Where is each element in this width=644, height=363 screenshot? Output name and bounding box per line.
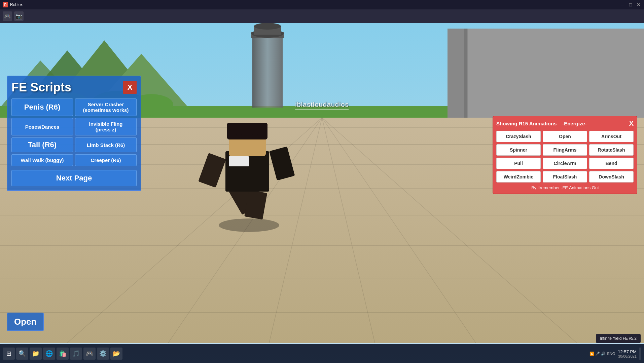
svg-point-34 (219, 218, 279, 232)
invisible-fling-button[interactable]: Invisible Fling(press z) (75, 118, 137, 135)
clock: 12:57 PM 30/06/2021 (618, 349, 637, 358)
folder-icon[interactable]: 📂 (110, 348, 122, 360)
svg-rect-43 (227, 123, 267, 131)
fe-scripts-title: FE Scripts (11, 80, 71, 94)
pull-button[interactable]: Pull (496, 158, 541, 169)
svg-rect-10 (252, 34, 283, 108)
animations-close-button[interactable]: X (629, 120, 634, 127)
circle-arm-button[interactable]: CircleArm (543, 158, 587, 169)
float-slash-button[interactable]: FloatSlash (543, 171, 587, 183)
crazy-slash-button[interactable]: CrazySlash (496, 131, 541, 142)
bend-button[interactable]: Bend (589, 158, 634, 169)
fe-scripts-header: FE Scripts X (11, 80, 137, 94)
open-button[interactable]: Open (7, 313, 44, 331)
taskbar-date: 30/06/2021 (618, 354, 637, 358)
iy-notification: Infinite Yield FE v5.2 (596, 334, 641, 343)
animations-header: Showing R15 Animations -Energize- X (496, 120, 634, 127)
game-icon[interactable]: 🎮 (3, 11, 12, 21)
taskbar: ⊞ 🔍 📁 🌐 🛍️ 🎵 🎮 ⚙️ 📂 🔼 🎤 🔊 ENG 12:57 PM 3… (0, 344, 644, 363)
fling-arms-button[interactable]: FlingArms (543, 144, 587, 156)
tray-icons: 🔼 🎤 🔊 (589, 352, 606, 356)
player-name-label: iblastloudaudios (295, 101, 349, 110)
fe-buttons-grid: Penis (R6) Server Crasher(sometimes work… (11, 98, 137, 166)
penis-r6-button[interactable]: Penis (R6) (11, 98, 73, 116)
fe-scripts-close-button[interactable]: X (123, 81, 137, 94)
server-crasher-button[interactable]: Server Crasher(sometimes works) (75, 98, 137, 116)
animations-panel: Showing R15 Animations -Energize- X Craz… (493, 116, 637, 194)
show-desktop-button[interactable] (639, 348, 641, 360)
start-button[interactable]: ⊞ (3, 348, 15, 360)
system-tray: 🔼 🎤 🔊 ENG (589, 352, 615, 356)
taskbar-right: 🔼 🎤 🔊 ENG 12:57 PM 30/06/2021 (589, 348, 641, 360)
animations-footer: By iIremember -FE Animations Gui (496, 185, 634, 190)
search-taskbar-icon[interactable]: 🔍 (16, 348, 28, 360)
title-bar-icon: R (3, 2, 8, 7)
spinner-button[interactable]: Spinner (496, 144, 541, 156)
animations-showing-label: Showing R15 Animations (496, 121, 557, 126)
fe-scripts-panel: FE Scripts X Penis (R6) Server Crasher(s… (7, 76, 141, 191)
file-explorer-icon[interactable]: 📁 (30, 348, 42, 360)
down-slash-button[interactable]: DownSlash (589, 171, 634, 183)
animations-energize-label: -Energize- (562, 121, 587, 126)
tall-r6-button[interactable]: Tall (R6) (11, 137, 73, 152)
svg-rect-38 (229, 156, 249, 166)
wall-walk-button[interactable]: Wall Walk (buggy) (11, 154, 73, 166)
weird-zombie-button[interactable]: WeirdZombie (496, 171, 541, 183)
browser-icon[interactable]: 🌐 (43, 348, 55, 360)
arms-out-button[interactable]: ArmsOut (589, 131, 634, 142)
creeper-r6-button[interactable]: Creeper (R6) (75, 154, 137, 166)
minimize-button[interactable]: ─ (620, 2, 625, 7)
next-page-button[interactable]: Next Page (11, 170, 137, 186)
roblox-taskbar-icon[interactable]: 🎮 (83, 348, 96, 360)
open-anim-button[interactable]: Open (543, 131, 587, 142)
toolbar: 🎮 📷 (0, 9, 644, 23)
taskbar-time: 12:57 PM (618, 349, 637, 354)
animations-grid: CrazySlash Open ArmsOut Spinner FlingArm… (496, 131, 634, 183)
svg-point-14 (254, 23, 281, 30)
rotate-slash-button[interactable]: RotateSlash (589, 144, 634, 156)
animations-title: Showing R15 Animations -Energize- (496, 121, 587, 126)
title-bar-controls: ─ □ ✕ (620, 2, 641, 7)
close-window-button[interactable]: ✕ (636, 2, 641, 7)
svg-rect-45 (252, 134, 258, 138)
limb-stack-button[interactable]: Limb Stack (R6) (75, 137, 137, 152)
media-icon[interactable]: 🎵 (70, 348, 82, 360)
poses-dances-button[interactable]: Poses/Dances (11, 118, 73, 135)
camera-icon[interactable]: 📷 (14, 11, 24, 21)
svg-rect-44 (236, 134, 242, 138)
title-bar-text: Roblox (10, 2, 620, 7)
title-bar: R Roblox ─ □ ✕ (0, 0, 644, 9)
language-indicator: ENG (607, 352, 615, 356)
settings-taskbar-icon[interactable]: ⚙️ (97, 348, 109, 360)
iy-label: Infinite Yield FE v5.2 (600, 336, 637, 341)
store-icon[interactable]: 🛍️ (57, 348, 69, 360)
restore-button[interactable]: □ (628, 2, 633, 7)
